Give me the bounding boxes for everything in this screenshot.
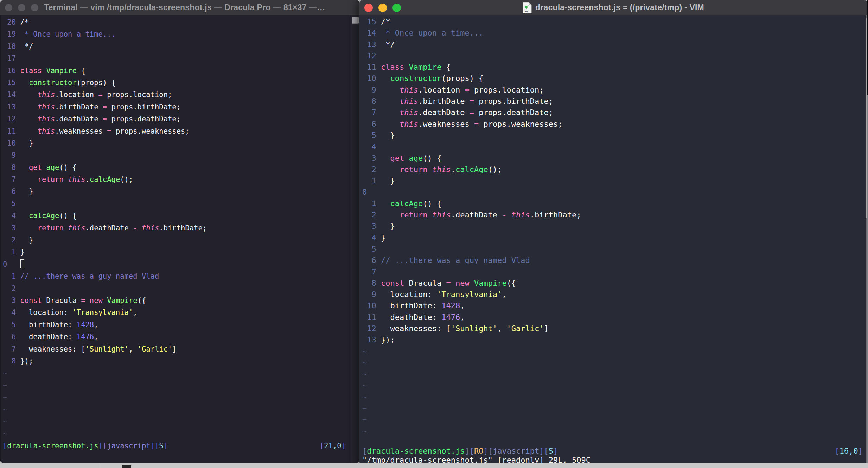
code-token: ,	[94, 321, 98, 329]
code-token: }	[381, 222, 395, 230]
code-line: 15 constructor(props) {	[0, 77, 359, 89]
code-token: age	[46, 163, 59, 172]
code-line: 13 */	[359, 39, 867, 50]
code-token: ,	[460, 301, 465, 310]
code-token: =	[98, 90, 103, 99]
code-token: return	[38, 175, 68, 184]
code-line: 6 this.weaknesses = props.weaknesses;	[359, 119, 867, 130]
code-line: 7	[359, 266, 867, 278]
code-line: 13 this.birthDate = props.birthDate;	[0, 101, 359, 113]
code-token: ({	[138, 296, 146, 305]
zoom-button-icon[interactable]	[392, 4, 401, 12]
code-token: ,	[497, 324, 507, 333]
line-number: 9	[362, 289, 376, 300]
minimize-button-icon[interactable]	[378, 4, 387, 12]
code-line: 12 weaknesses: ['Sunlight', 'Garlic']	[359, 323, 867, 334]
macvim-titlebar[interactable]: JS dracula-screenshot.js = (/private/tmp…	[359, 0, 867, 15]
terminal-vim-buffer[interactable]: 20/*19 * Once upon a time...18 */1716cla…	[0, 16, 359, 440]
line-number: 1	[362, 198, 376, 209]
close-button-icon[interactable]	[364, 4, 373, 12]
code-token	[20, 224, 37, 232]
statusline-segment: [	[320, 442, 324, 450]
code-token: this	[400, 120, 418, 128]
macvim-scrollbar-thumb[interactable]	[866, 18, 867, 218]
code-line: 3const Dracula = new Vampire({	[0, 295, 359, 306]
line-number: 1	[3, 246, 16, 258]
statusline-segment: javascript	[493, 447, 539, 455]
zoom-button-inactive-icon[interactable]	[31, 4, 38, 11]
code-token	[20, 78, 29, 87]
terminal-titlebar[interactable]: Terminal — vim /tmp/dracula-screenshot.j…	[0, 0, 359, 15]
terminal-scrollbar[interactable]	[351, 15, 359, 463]
code-token: calcAge	[455, 165, 488, 174]
code-line: 11 deathDate: 1476,	[359, 312, 867, 323]
statusline-segment: [	[3, 442, 7, 450]
code-line: 14 this.location = props.location;	[0, 89, 359, 101]
empty-buffer-tilde: ~	[359, 357, 867, 368]
code-token	[381, 74, 390, 83]
code-token: .birthDate	[55, 103, 103, 111]
line-number: 3	[362, 221, 376, 232]
code-token: new	[90, 296, 103, 305]
code-line: 3 return this.deathDate - this.birthDate…	[0, 222, 359, 234]
code-line: 17	[0, 52, 359, 64]
line-number: 2	[3, 283, 16, 295]
line-number: 6	[3, 331, 16, 343]
minimize-button-inactive-icon[interactable]	[18, 4, 25, 11]
code-token	[20, 163, 29, 172]
line-number: 17	[3, 52, 16, 64]
code-line: 5 birthDate: 1428,	[0, 319, 359, 331]
line-number: 9	[3, 149, 16, 161]
macvim-buffer[interactable]: 15/*14 * Once upon a time...13 */1211cla…	[359, 16, 867, 437]
code-token: .birthDate;	[159, 224, 207, 232]
statusline-segment: S	[549, 447, 553, 455]
code-token: const	[20, 296, 42, 305]
code-token: location:	[381, 290, 437, 299]
code-token: 'Transylvania'	[72, 308, 133, 317]
background-window-edge	[101, 463, 101, 468]
code-line: 1 }	[359, 175, 867, 186]
empty-buffer-tilde: ~	[359, 414, 867, 425]
code-token: * Once upon a time...	[381, 29, 483, 37]
code-line: 0	[0, 258, 359, 270]
code-token: .location	[418, 86, 465, 94]
code-token: const	[381, 279, 404, 287]
code-token: * Once upon a time...	[20, 30, 116, 38]
code-line: 10 birthDate: 1428,	[359, 300, 867, 311]
code-token: 'Sunlight'	[451, 324, 497, 333]
code-token	[381, 154, 390, 163]
split-pane-button[interactable]	[352, 17, 359, 24]
empty-buffer-tilde: ~	[359, 346, 867, 357]
code-token: calcAge	[390, 199, 423, 208]
line-number: 5	[362, 244, 376, 255]
code-token: props.deathDate;	[107, 115, 181, 123]
code-token: this	[511, 210, 530, 219]
code-line: 9 this.location = props.location;	[359, 84, 867, 96]
code-token: ();	[488, 165, 502, 174]
code-token	[381, 120, 400, 128]
code-token: .	[451, 165, 455, 174]
statusline-segment: dracula-screenshot.js	[7, 442, 98, 450]
code-token: 1476	[441, 313, 460, 322]
code-token: ,	[460, 313, 465, 322]
code-token: location:	[20, 308, 72, 317]
code-line: 7 weaknesses: ['Sunlight', 'Garlic']	[0, 343, 359, 355]
code-token: class	[381, 63, 409, 71]
code-line: 6 deathDate: 1476,	[0, 331, 359, 343]
code-token: deathDate:	[20, 333, 76, 341]
line-number: 7	[3, 173, 16, 185]
code-line: 10 constructor(props) {	[359, 73, 867, 84]
code-token	[381, 210, 400, 219]
line-number: 4	[3, 210, 16, 222]
code-token: () {	[59, 211, 76, 220]
code-token: this	[38, 127, 55, 135]
code-line: 13});	[359, 334, 867, 346]
code-token: /*	[381, 17, 390, 26]
code-token: props.location;	[103, 90, 172, 99]
code-line: 4	[359, 141, 867, 152]
code-token	[20, 115, 37, 123]
line-number: 0	[362, 186, 376, 198]
close-button-inactive-icon[interactable]	[5, 4, 12, 11]
traffic-lights	[359, 4, 401, 12]
code-token: =	[474, 120, 479, 128]
